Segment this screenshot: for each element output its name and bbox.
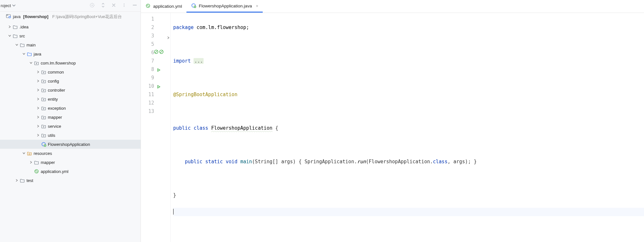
gutter-line[interactable]: 3 bbox=[141, 32, 154, 40]
tree-label: src bbox=[19, 34, 25, 38]
svg-point-16 bbox=[43, 126, 44, 127]
tree-label: entity bbox=[48, 97, 58, 102]
gutter-line[interactable]: 2 bbox=[141, 23, 154, 32]
fold-arrow-icon[interactable] bbox=[167, 34, 170, 42]
select-open-file-icon[interactable] bbox=[90, 3, 95, 9]
tree-row[interactable]: service bbox=[0, 122, 141, 131]
package-icon bbox=[34, 60, 39, 66]
svg-point-17 bbox=[43, 135, 44, 136]
tree-row[interactable]: common bbox=[0, 67, 141, 76]
tree-row[interactable]: exception bbox=[0, 104, 141, 113]
gutter-line[interactable]: 8 bbox=[141, 65, 154, 74]
tree-row[interactable]: main bbox=[0, 40, 141, 49]
project-module-name: [flowershop] bbox=[23, 14, 48, 19]
chevron-icon[interactable] bbox=[36, 134, 41, 137]
bean-gutter-icon[interactable] bbox=[154, 49, 164, 54]
tree-label: application.yml bbox=[41, 169, 69, 174]
code-keyword: import bbox=[173, 58, 191, 64]
code-method: main bbox=[240, 159, 252, 165]
tree-row[interactable]: resources bbox=[0, 149, 141, 158]
tree-label: main bbox=[26, 43, 36, 47]
chevron-icon[interactable] bbox=[14, 179, 19, 182]
more-icon[interactable] bbox=[122, 3, 126, 8]
svg-point-3 bbox=[124, 5, 124, 5]
gutter-line[interactable]: 12 bbox=[141, 99, 154, 107]
code-keyword: package bbox=[173, 25, 194, 30]
chevron-icon[interactable] bbox=[36, 79, 41, 83]
chevron-icon[interactable] bbox=[36, 116, 41, 119]
editor-tabs: application.ymlFlowershopApplication.jav… bbox=[141, 0, 644, 13]
tree-row[interactable]: test bbox=[0, 176, 141, 185]
package-icon bbox=[41, 78, 47, 84]
project-panel-title[interactable]: roject bbox=[0, 3, 11, 8]
tree-row[interactable]: mapper bbox=[0, 113, 141, 122]
tree-label: service bbox=[48, 124, 61, 129]
chevron-icon[interactable] bbox=[36, 97, 41, 101]
code-editor[interactable]: 1235678910111213 package com.lm.flowersh… bbox=[141, 13, 644, 242]
java-module-icon bbox=[6, 14, 11, 20]
gutter-line[interactable]: 10 bbox=[141, 82, 154, 90]
gutter-line[interactable]: 1 bbox=[141, 15, 154, 23]
editor-code[interactable]: package com.lm.flowershop; import ... @S… bbox=[171, 13, 644, 242]
gutter-line[interactable]: 9 bbox=[141, 74, 154, 82]
chevron-icon[interactable] bbox=[21, 52, 26, 55]
package-icon bbox=[41, 96, 47, 102]
editor-gutter[interactable]: 1235678910111213 bbox=[141, 13, 171, 242]
code-keyword: void bbox=[226, 159, 238, 165]
code-text: (FlowershopApplication. bbox=[366, 159, 433, 165]
tree-row-selected[interactable]: ·FlowershopApplication bbox=[0, 140, 141, 149]
tree-row[interactable]: com.lm.flowershop bbox=[0, 58, 141, 67]
folder-icon bbox=[19, 42, 25, 47]
chevron-icon[interactable] bbox=[21, 152, 26, 155]
package-icon bbox=[41, 115, 47, 120]
package-icon bbox=[41, 133, 47, 138]
tree-row[interactable]: ·application.yml bbox=[0, 167, 141, 176]
editor-tab[interactable]: application.yml bbox=[141, 0, 186, 13]
chevron-icon[interactable] bbox=[36, 125, 41, 128]
tree-row[interactable]: entity bbox=[0, 95, 141, 104]
close-tab-icon[interactable]: × bbox=[256, 4, 259, 8]
chevron-icon[interactable] bbox=[36, 70, 41, 74]
gutter-line[interactable]: 7 bbox=[141, 57, 154, 65]
chevron-down-icon[interactable] bbox=[12, 3, 16, 8]
run-gutter-icon[interactable] bbox=[156, 83, 161, 92]
chevron-icon[interactable] bbox=[14, 43, 19, 46]
tree-row[interactable]: .idea bbox=[0, 22, 141, 31]
tree-row[interactable]: src bbox=[0, 31, 141, 40]
chevron-icon[interactable] bbox=[36, 88, 41, 92]
tab-label: application.yml bbox=[153, 4, 182, 9]
yml-icon bbox=[34, 169, 39, 174]
gutter-line[interactable]: 13 bbox=[141, 107, 154, 116]
project-root-row[interactable]: java [flowershop] F:\java源码\SpringBoot+V… bbox=[0, 12, 141, 22]
run-gutter-icon[interactable] bbox=[156, 66, 161, 75]
chevron-icon[interactable] bbox=[36, 106, 41, 110]
editor-tab-active[interactable]: FlowershopApplication.java× bbox=[186, 0, 263, 13]
project-header-actions bbox=[90, 3, 137, 9]
tree-row[interactable]: mapper bbox=[0, 158, 141, 167]
gutter-line[interactable]: 5 bbox=[141, 40, 154, 48]
close-icon[interactable] bbox=[111, 3, 116, 8]
project-tree[interactable]: .ideasrcmainjavacom.lm.flowershopcommonc… bbox=[0, 22, 141, 185]
tree-label: common bbox=[48, 70, 64, 75]
chevron-icon[interactable] bbox=[28, 161, 34, 164]
chevron-icon: · bbox=[36, 142, 41, 147]
yml-icon bbox=[145, 3, 151, 9]
tree-row[interactable]: java bbox=[0, 49, 141, 58]
tree-label: mapper bbox=[48, 115, 62, 120]
fold-ellipsis[interactable]: ... bbox=[194, 58, 204, 64]
gutter-line[interactable]: 11 bbox=[141, 90, 154, 99]
chevron-icon[interactable] bbox=[7, 34, 12, 37]
tree-row[interactable]: config bbox=[0, 76, 141, 86]
gutter-line[interactable]: 6 bbox=[141, 48, 154, 57]
chevron-icon[interactable] bbox=[28, 61, 34, 65]
svg-rect-7 bbox=[6, 15, 8, 15]
tree-label: com.lm.flowershop bbox=[41, 61, 76, 66]
folder-icon bbox=[19, 178, 25, 183]
chevron-icon[interactable] bbox=[7, 25, 12, 28]
tree-row[interactable]: controller bbox=[0, 86, 141, 95]
tree-row[interactable]: utils bbox=[0, 131, 141, 140]
tree-label: .idea bbox=[19, 25, 28, 29]
expand-collapse-icon[interactable] bbox=[100, 3, 106, 9]
minimize-icon[interactable] bbox=[132, 3, 137, 8]
code-text: (String[] args) { SpringApplication. bbox=[252, 159, 357, 165]
